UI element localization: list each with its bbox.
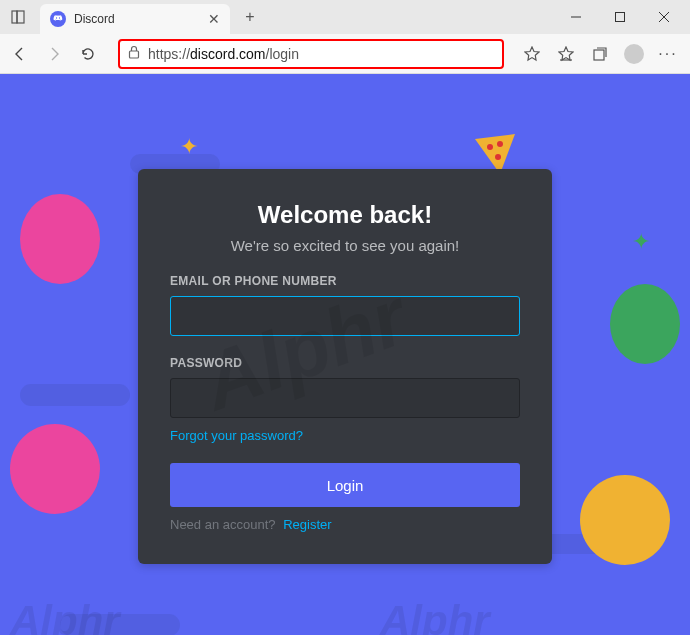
login-title: Welcome back! <box>170 201 520 229</box>
character-illustration <box>10 424 100 514</box>
window-controls <box>556 2 684 32</box>
forward-button[interactable] <box>42 42 66 66</box>
email-label: EMAIL OR PHONE NUMBER <box>170 274 520 288</box>
svg-point-10 <box>497 141 503 147</box>
svg-rect-0 <box>12 11 17 23</box>
character-illustration <box>580 475 670 565</box>
browser-tab[interactable]: Discord ✕ <box>40 4 230 34</box>
svg-rect-8 <box>594 50 604 60</box>
close-window-button[interactable] <box>644 2 684 32</box>
back-button[interactable] <box>8 42 32 66</box>
maximize-button[interactable] <box>600 2 640 32</box>
register-row: Need an account? Register <box>170 517 520 532</box>
svg-rect-1 <box>17 11 24 23</box>
browser-toolbar: https://discord.com/login ··· <box>0 34 690 74</box>
close-tab-icon[interactable]: ✕ <box>208 11 220 27</box>
password-label: PASSWORD <box>170 356 520 370</box>
tab-actions-button[interactable] <box>6 5 30 29</box>
toolbar-actions: ··· <box>522 44 682 64</box>
favorites-icon[interactable] <box>556 44 576 64</box>
tab-strip: Discord ✕ + <box>6 0 556 34</box>
favorite-star-icon[interactable] <box>522 44 542 64</box>
login-button[interactable]: Login <box>170 463 520 507</box>
tab-title: Discord <box>74 12 115 26</box>
new-tab-button[interactable]: + <box>236 3 264 31</box>
login-card: Welcome back! We're so excited to see yo… <box>138 169 552 564</box>
url-path: /login <box>266 46 299 62</box>
lock-icon <box>128 45 140 62</box>
register-link[interactable]: Register <box>283 517 331 532</box>
url-scheme: https:// <box>148 46 190 62</box>
collections-icon[interactable] <box>590 44 610 64</box>
svg-rect-6 <box>130 51 139 58</box>
email-input[interactable] <box>170 296 520 336</box>
more-menu-button[interactable]: ··· <box>658 44 678 64</box>
svg-rect-3 <box>616 13 625 22</box>
profile-avatar[interactable] <box>624 44 644 64</box>
character-illustration <box>610 284 680 364</box>
page-content: ✦ ✦ ✦ Welcome back! We're so excited to … <box>0 74 690 635</box>
svg-point-11 <box>495 154 501 160</box>
url-host: discord.com <box>190 46 265 62</box>
svg-point-9 <box>487 144 493 150</box>
login-subtitle: We're so excited to see you again! <box>170 237 520 254</box>
minimize-button[interactable] <box>556 2 596 32</box>
character-illustration <box>20 194 100 284</box>
refresh-button[interactable] <box>76 42 100 66</box>
need-account-text: Need an account? <box>170 517 276 532</box>
forgot-password-link[interactable]: Forgot your password? <box>170 428 520 443</box>
url-text: https://discord.com/login <box>148 46 299 62</box>
password-input[interactable] <box>170 378 520 418</box>
discord-favicon <box>50 11 66 27</box>
address-bar[interactable]: https://discord.com/login <box>118 39 504 69</box>
browser-titlebar: Discord ✕ + <box>0 0 690 34</box>
